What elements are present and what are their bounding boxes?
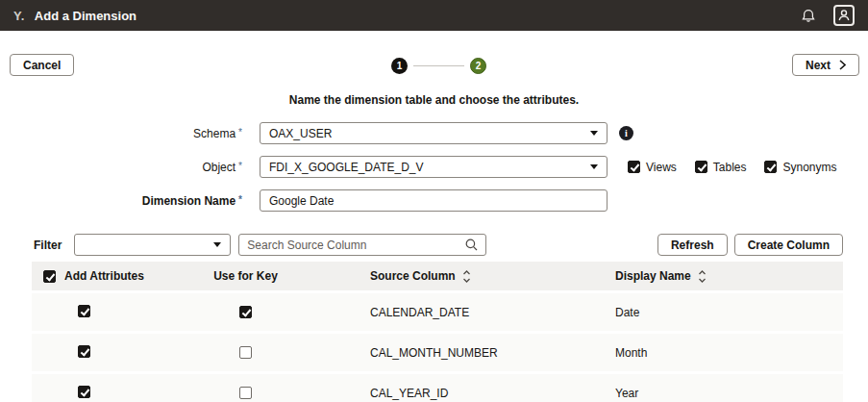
sort-icon xyxy=(462,270,471,283)
search-input[interactable] xyxy=(247,239,465,252)
chevron-down-icon xyxy=(590,131,598,136)
use-for-key-checkbox[interactable] xyxy=(239,387,252,399)
step-1-badge[interactable]: 1 xyxy=(391,58,408,74)
source-column-cell: CAL_MONTH_NUMBER xyxy=(306,346,551,360)
source-column-header-label: Source Column xyxy=(370,269,456,283)
source-column-cell: CALENDAR_DATE xyxy=(306,306,551,319)
info-icon[interactable]: i xyxy=(619,126,633,140)
notifications-bell-icon[interactable] xyxy=(801,9,816,23)
tables-checkbox-item[interactable]: Tables xyxy=(695,161,747,174)
synonyms-checkbox-item[interactable]: Synonyms xyxy=(764,161,836,174)
chevron-right-icon xyxy=(839,60,846,70)
use-for-key-checkbox[interactable] xyxy=(239,306,252,318)
source-column-header[interactable]: Source Column xyxy=(306,269,551,283)
dimension-name-input[interactable] xyxy=(260,189,608,212)
filter-label: Filter xyxy=(34,239,62,252)
source-column-cell: CAL_YEAR_ID xyxy=(306,387,551,400)
add-dimension-screen: Y. Add a Dimension Cancel 1 2 Next xyxy=(0,0,868,402)
schema-dropdown[interactable]: OAX_USER xyxy=(260,122,608,144)
required-asterisk: * xyxy=(238,127,242,138)
object-label: Object* xyxy=(0,161,242,174)
add-attribute-checkbox[interactable] xyxy=(78,345,90,358)
refresh-button[interactable]: Refresh xyxy=(657,234,728,256)
wizard-instruction-text: Name the dimension table and choose the … xyxy=(0,93,868,107)
schema-form-row: Schema* OAX_USER i xyxy=(0,122,633,144)
required-asterisk: * xyxy=(238,161,242,171)
use-for-key-header: Use for Key xyxy=(186,269,306,283)
add-attribute-checkbox[interactable] xyxy=(78,386,90,398)
schema-label: Schema* xyxy=(0,127,242,140)
attributes-table: Add Attributes Use for Key Source Column… xyxy=(32,262,843,402)
next-button-label: Next xyxy=(806,59,831,72)
user-avatar-icon[interactable] xyxy=(833,5,855,26)
source-column-searchbox xyxy=(238,234,486,256)
add-attributes-header-label: Add Attributes xyxy=(64,269,144,283)
step-connector xyxy=(413,65,464,66)
table-row: CAL_YEAR_ID Year xyxy=(32,374,843,402)
chevron-down-icon xyxy=(213,242,221,247)
display-name-header[interactable]: Display Name xyxy=(551,269,843,283)
object-type-filters: Views Tables Synonyms xyxy=(628,161,837,174)
tables-checkbox[interactable] xyxy=(695,161,707,173)
views-checkbox[interactable] xyxy=(628,161,640,173)
page-title: Add a Dimension xyxy=(35,9,136,23)
object-form-row: Object* FDI_X_GOOGLE_DATE_D_V Views Tabl… xyxy=(0,156,837,178)
schema-dropdown-value: OAX_USER xyxy=(269,127,332,140)
views-label: Views xyxy=(646,161,677,174)
display-name-cell: Year xyxy=(551,387,843,400)
sort-icon xyxy=(698,270,707,283)
use-for-key-checkbox[interactable] xyxy=(239,346,252,359)
search-icon xyxy=(465,239,478,251)
required-asterisk: * xyxy=(238,194,242,205)
brand-logo-icon: Y. xyxy=(13,9,25,23)
cancel-button[interactable]: Cancel xyxy=(10,54,74,76)
next-button[interactable]: Next xyxy=(792,54,859,76)
create-column-button[interactable]: Create Column xyxy=(734,234,843,256)
views-checkbox-item[interactable]: Views xyxy=(628,161,677,174)
step-2-badge[interactable]: 2 xyxy=(470,58,486,74)
tables-label: Tables xyxy=(713,161,747,174)
add-attribute-checkbox[interactable] xyxy=(78,305,90,317)
chevron-down-icon xyxy=(590,164,598,169)
dimension-name-label: Dimension Name* xyxy=(0,194,242,208)
table-toolbar: Filter Refresh Create Column xyxy=(32,234,843,256)
dimension-name-form-row: Dimension Name* xyxy=(0,189,608,212)
filter-dropdown[interactable] xyxy=(74,234,231,256)
synonyms-checkbox[interactable] xyxy=(764,161,777,173)
object-dropdown[interactable]: FDI_X_GOOGLE_DATE_D_V xyxy=(260,156,608,178)
object-dropdown-value: FDI_X_GOOGLE_DATE_D_V xyxy=(269,161,424,174)
synonyms-label: Synonyms xyxy=(782,161,836,174)
select-all-checkbox[interactable] xyxy=(43,270,56,283)
display-name-cell: Date xyxy=(551,306,843,319)
display-name-header-label: Display Name xyxy=(615,269,691,283)
appbar-actions xyxy=(801,5,855,26)
wizard-step-indicator: 1 2 xyxy=(391,58,486,74)
table-row: CAL_MONTH_NUMBER Month xyxy=(32,334,843,371)
add-attributes-header: Add Attributes xyxy=(32,269,186,283)
display-name-cell: Month xyxy=(551,346,843,360)
table-row: CALENDAR_DATE Date xyxy=(32,293,843,331)
table-header-row: Add Attributes Use for Key Source Column… xyxy=(32,262,843,290)
app-header-bar: Y. Add a Dimension xyxy=(0,0,868,31)
toolbar-buttons: Refresh Create Column xyxy=(657,234,843,256)
